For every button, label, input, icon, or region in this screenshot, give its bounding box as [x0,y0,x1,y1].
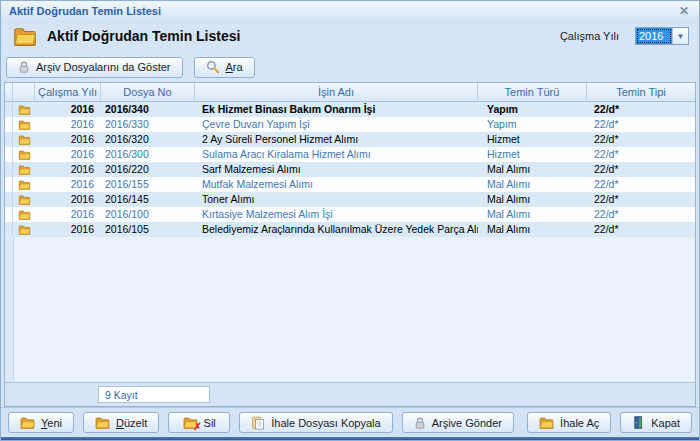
cell-job-name: Sarf Malzemesi Alımı [195,162,478,177]
cell-procurement-type: Yapım [478,117,587,132]
row-indicator [5,132,13,147]
new-label: Yeni [41,417,62,429]
table-row[interactable]: 2016 2016/145 Toner Alımı Mal Alımı 22/d… [5,192,695,207]
cell-procurement-kind: 22/d* [587,222,695,237]
show-archive-button[interactable]: Arşiv Dosyalarını da Göster [6,57,183,78]
table-row[interactable]: 2016 2016/220 Sarf Malzemesi Alımı Mal A… [5,162,695,177]
titlebar: Aktif Doğrudan Temin Listesi ✕ [1,1,699,18]
cell-file-no: 2016/105 [101,222,195,237]
table-row[interactable]: 2016 2016/320 2 Ay Süreli Personel Hizme… [5,132,695,147]
table-row[interactable]: 2016 2016/300 Sulama Aracı Kiralama Hizm… [5,147,695,162]
cell-procurement-type: Mal Alımı [478,177,587,192]
cell-file-no: 2016/100 [101,207,195,222]
header-procurement-kind[interactable]: Temin Tipi [587,83,695,101]
table-row[interactable]: 2016 2016/155 Mutfak Malzemesi Alımı Mal… [5,177,695,192]
grid-rows: 2016 2016/340 Ek Hizmet Binası Bakım Ona… [5,102,695,237]
copy-tender-file-label: İhale Dosyası Kopyala [271,417,380,429]
open-folder-icon [95,417,110,429]
row-indicator [5,192,13,207]
delete-button[interactable]: ✗ Sil [168,412,230,433]
cell-procurement-kind: 22/d* [587,162,695,177]
folder-icon [13,195,35,205]
row-indicator [5,207,13,222]
header-procurement-type[interactable]: Temin Türü [478,83,587,101]
grid-empty-area [5,237,695,382]
table-row[interactable]: 2016 2016/340 Ek Hizmet Binası Bakım Ona… [5,102,695,117]
cell-procurement-type: Hizmet [478,132,587,147]
show-archive-label: Arşiv Dosyalarını da Göster [36,61,171,73]
search-button[interactable]: Ara [194,57,255,78]
close-icon[interactable]: ✕ [677,5,691,17]
record-count: 9 Kayıt [98,386,210,403]
cell-file-no: 2016/300 [101,147,195,162]
close-window-label: Kapat [651,417,680,429]
cell-file-no: 2016/145 [101,192,195,207]
search-icon [206,60,220,74]
cell-job-name: 2 Ay Süreli Personel Hizmet Alımı [195,132,478,147]
header-working-year[interactable]: Çalışma Yılı [35,83,101,101]
delete-label: Sil [204,417,216,429]
cell-procurement-type: Yapım [478,102,587,117]
header-indicator [5,83,13,101]
copy-icon [251,416,265,430]
cell-procurement-kind: 22/d* [587,207,695,222]
lock-icon [414,416,426,430]
table-row[interactable]: 2016 2016/105 Belediyemiz Araçlarında Ku… [5,222,695,237]
records-grid: Çalışma Yılı Dosya No İşin Adı Temin Tür… [4,82,696,407]
cell-working-year: 2016 [35,177,101,192]
new-button[interactable]: Yeni [8,412,74,433]
cell-procurement-kind: 22/d* [587,147,695,162]
close-window-button[interactable]: Kapat [620,412,692,433]
edit-label: Düzelt [116,417,147,429]
app-window: Aktif Doğrudan Temin Listesi ✕ Aktif Doğ… [0,0,700,441]
working-year-label: Çalışma Yılı [560,30,619,42]
page-title: Aktif Doğrudan Temin Listesi [47,28,550,44]
cell-file-no: 2016/330 [101,117,195,132]
cell-procurement-kind: 22/d* [587,177,695,192]
cell-job-name: Toner Alımı [195,192,478,207]
page-header: Aktif Doğrudan Temin Listesi Çalışma Yıl… [1,18,699,52]
folder-icon [13,27,37,46]
folder-icon [13,135,35,145]
folder-icon [20,417,35,429]
cell-working-year: 2016 [35,147,101,162]
table-row[interactable]: 2016 2016/330 Çevre Duvarı Yapım İşi Yap… [5,117,695,132]
copy-tender-file-button[interactable]: İhale Dosyası Kopyala [239,412,392,433]
working-year-value: 2016 [636,28,672,44]
cell-job-name: Mutfak Malzemesi Alımı [195,177,478,192]
cell-job-name: Ek Hizmet Binası Bakım Onarım İşi [195,102,478,117]
cell-file-no: 2016/340 [101,102,195,117]
search-label: Ara [226,61,243,73]
header-job-name[interactable]: İşin Adı [195,83,478,101]
table-row[interactable]: 2016 2016/100 Kırtasiye Malzemesi Alım İ… [5,207,695,222]
row-indicator [5,177,13,192]
folder-icon [13,180,35,190]
working-year-select[interactable]: 2016 ▼ [635,27,689,45]
header-file-no[interactable]: Dosya No [101,83,195,101]
grid-footer: 9 Kayıt [5,382,695,406]
folder-icon [13,165,35,175]
cell-file-no: 2016/155 [101,177,195,192]
cell-working-year: 2016 [35,192,101,207]
header-icon [13,83,35,101]
send-to-archive-button[interactable]: Arşive Gönder [402,412,514,433]
cell-working-year: 2016 [35,207,101,222]
folder-icon [13,225,35,235]
row-indicator [5,147,13,162]
cell-working-year: 2016 [35,132,101,147]
cell-job-name: Kırtasiye Malzemesi Alım İşi [195,207,478,222]
window-title: Aktif Doğrudan Temin Listesi [9,5,677,17]
bottom-button-bar: Yeni Düzelt ✗ Sil İhale Dosyası Kopyala … [1,407,699,437]
cell-procurement-kind: 22/d* [587,102,695,117]
toolbar: Arşiv Dosyalarını da Göster Ara [1,52,699,82]
cell-working-year: 2016 [35,162,101,177]
open-folder-icon [539,417,554,429]
open-tender-button[interactable]: İhale Aç [527,412,611,433]
edit-button[interactable]: Düzelt [83,412,159,433]
grid-header: Çalışma Yılı Dosya No İşin Adı Temin Tür… [5,83,695,102]
chevron-down-icon[interactable]: ▼ [672,28,688,44]
door-exit-icon [632,416,645,429]
folder-icon [13,120,35,130]
cell-procurement-kind: 22/d* [587,132,695,147]
cell-file-no: 2016/320 [101,132,195,147]
